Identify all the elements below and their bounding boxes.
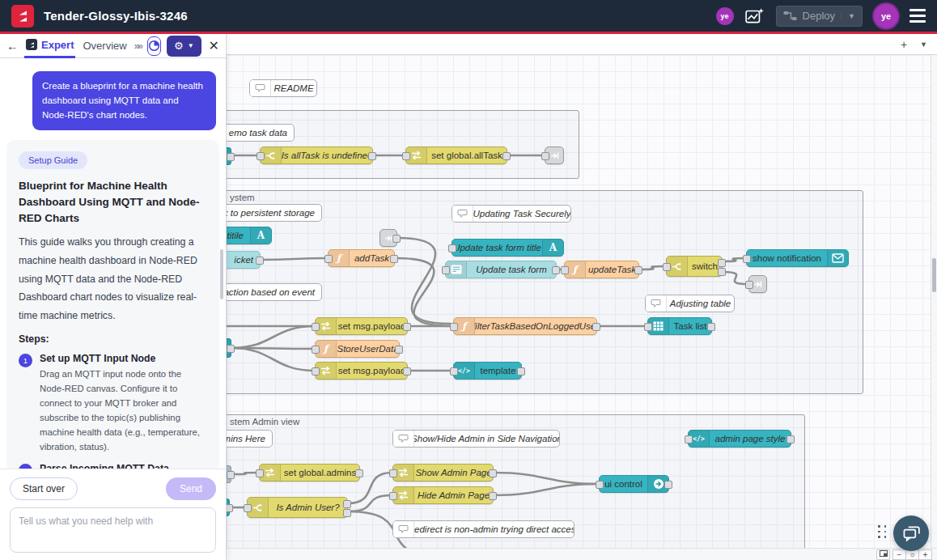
port-input[interactable]	[541, 152, 549, 160]
node-link-in-tasks[interactable]	[227, 338, 231, 358]
node-ticket[interactable]: icket	[227, 251, 261, 269]
avatar-large[interactable]: ye	[874, 4, 898, 28]
port-output[interactable]	[664, 481, 672, 489]
node-form-titile[interactable]: m titileA	[227, 227, 272, 244]
help-input[interactable]	[10, 507, 216, 553]
chat-fab-button[interactable]	[893, 515, 929, 551]
node-adjusting-table-comment[interactable]: Adjusting table	[645, 295, 735, 312]
flowfuse-logo-icon[interactable]	[11, 5, 34, 28]
node-is-alltask-undefined[interactable]: Is allTask is undefined	[260, 146, 373, 164]
port-output[interactable]	[502, 152, 511, 160]
port-output[interactable]	[227, 153, 235, 161]
tab-overview[interactable]: Overview	[81, 34, 128, 58]
port-input[interactable]	[389, 469, 397, 477]
node-admin-page-style[interactable]: </>admin page style	[688, 430, 791, 448]
flow-list-caret-icon[interactable]: ▼	[920, 40, 927, 49]
port-input[interactable]	[448, 244, 456, 252]
node-admins-here-comment[interactable]: mins Here	[227, 430, 273, 448]
port-output[interactable]	[390, 255, 398, 263]
tab-expert[interactable]: Expert	[24, 34, 75, 58]
node-link-in-isadmin[interactable]	[227, 498, 230, 516]
scrollbar-thumb[interactable]	[932, 258, 936, 292]
start-over-button[interactable]: Start over	[10, 477, 78, 500]
usage-pie-button[interactable]	[147, 36, 161, 56]
node-link-in-demo[interactable]	[227, 147, 231, 165]
port-output[interactable]	[343, 500, 351, 508]
node-link-out-1[interactable]	[545, 146, 564, 164]
group-demo-task-data[interactable]	[227, 110, 579, 179]
port-input[interactable]	[663, 263, 671, 271]
node-save-task-comment[interactable]: sk to persistent storage	[227, 204, 322, 222]
node-link-in-admins[interactable]	[227, 465, 231, 483]
deploy-button[interactable]: Deploy ▼	[776, 6, 863, 27]
port-input[interactable]	[561, 266, 569, 274]
port-output[interactable]	[227, 345, 235, 353]
port-input[interactable]	[257, 152, 265, 160]
node-task-list[interactable]: Task list	[647, 317, 712, 335]
port-input[interactable]	[244, 504, 252, 512]
node-update-task[interactable]: ƒupdateTask	[564, 261, 639, 278]
ai-assistant-icon[interactable]	[745, 7, 765, 25]
port-input[interactable]	[312, 346, 320, 354]
port-output[interactable]	[355, 469, 363, 477]
port-input[interactable]	[450, 367, 458, 375]
port-input[interactable]	[324, 255, 333, 263]
node-set-msg-payload-2[interactable]: set msg.payload	[315, 362, 408, 380]
port-output[interactable]	[403, 323, 411, 331]
fab-drag-handle-icon[interactable]	[878, 525, 888, 539]
node-readme[interactable]: README	[249, 79, 317, 97]
node-filter-task[interactable]: ƒfilterTaskBasedOnLoggedUser	[453, 317, 597, 335]
node-set-global-alltask[interactable]: set global.allTask	[405, 146, 507, 164]
port-input[interactable]	[312, 323, 320, 331]
workspace[interactable]: ystemstem Admin viewREADMEemo task dataI…	[227, 55, 931, 548]
port-output[interactable]	[517, 367, 525, 375]
node-show-notification[interactable]: show notification	[746, 249, 849, 267]
node-update-task-form-title[interactable]: Update task form titleA	[452, 239, 564, 257]
port-output[interactable]	[403, 367, 411, 375]
node-ui-control[interactable]: ui control	[599, 475, 669, 493]
node-switch[interactable]: switch	[666, 256, 723, 277]
port-output[interactable]	[392, 235, 401, 243]
port-output[interactable]	[343, 509, 351, 517]
node-show-admin-page[interactable]: Show Admin Page	[392, 464, 494, 482]
back-arrow-icon[interactable]: ←	[6, 39, 19, 53]
port-input[interactable]	[644, 323, 652, 331]
port-output[interactable]	[718, 268, 726, 276]
node-hide-admin-page[interactable]: Hide Admin Page	[392, 486, 494, 504]
port-output[interactable]	[256, 257, 264, 265]
node-show-hide-admin-comment[interactable]: Show/Hide Admin in Side Navigation	[392, 430, 560, 448]
node-demo-task-data-label[interactable]: emo task data	[227, 124, 295, 142]
port-output[interactable]	[227, 471, 235, 479]
port-input[interactable]	[743, 255, 751, 263]
port-output[interactable]	[786, 435, 795, 443]
port-input[interactable]	[745, 281, 753, 289]
port-output[interactable]	[707, 323, 715, 331]
node-set-global-admins[interactable]: set global.admins	[259, 464, 360, 482]
avatar-small[interactable]: ye	[716, 7, 734, 25]
port-input[interactable]	[596, 481, 604, 489]
port-input[interactable]	[312, 367, 320, 375]
port-input[interactable]	[389, 492, 397, 500]
port-output[interactable]	[489, 469, 497, 477]
port-input[interactable]	[256, 469, 264, 477]
close-panel-icon[interactable]: ✕	[209, 38, 219, 53]
port-output[interactable]	[552, 266, 560, 274]
node-link-out-3[interactable]	[748, 275, 767, 293]
node-updating-task-securely[interactable]: Updating Task Securely	[452, 205, 571, 223]
port-input[interactable]	[685, 435, 693, 443]
port-input[interactable]	[442, 266, 450, 274]
port-output[interactable]	[227, 504, 233, 512]
send-button[interactable]: Send	[166, 477, 216, 500]
node-link-out-2[interactable]	[379, 229, 397, 247]
navigator-button[interactable]	[876, 549, 890, 560]
more-tabs-icon[interactable]: »»	[134, 40, 142, 52]
panel-scrollbar-thumb[interactable]	[220, 249, 223, 299]
port-input[interactable]	[450, 323, 458, 331]
node-action-event-comment[interactable]: action based on event	[227, 283, 322, 301]
node-add-task[interactable]: ƒaddTask	[328, 249, 395, 267]
settings-button[interactable]: ⚙▼	[167, 36, 201, 57]
node-set-msg-payload-1[interactable]: set msg.payload	[315, 317, 408, 335]
port-input[interactable]	[402, 152, 410, 160]
node-is-admin-user[interactable]: Is Admin User?	[247, 497, 348, 518]
port-output[interactable]	[634, 266, 642, 274]
